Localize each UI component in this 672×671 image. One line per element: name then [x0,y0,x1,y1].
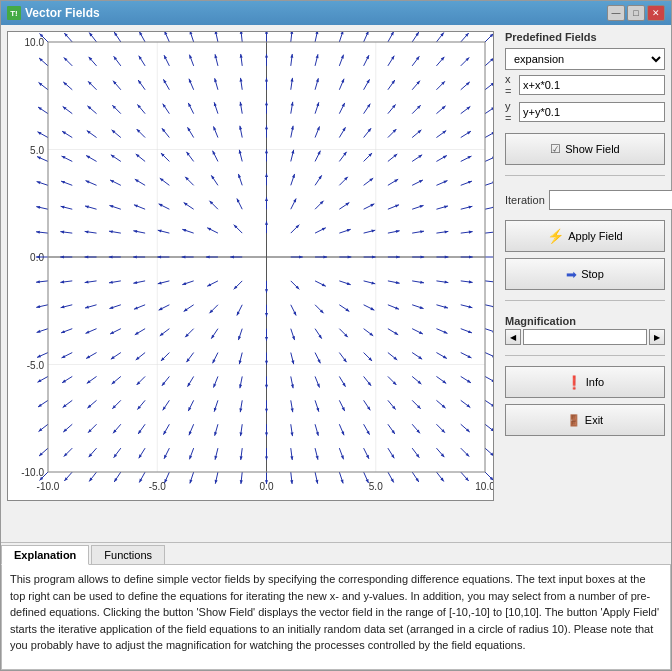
magnification-slider-row: ◀ ▶ [505,329,665,345]
exit-label: Exit [585,414,603,426]
predefined-section: Predefined Fields expansion rotation sad… [505,31,665,165]
explanation-text: This program allows to define simple vec… [1,565,671,670]
exclamation-icon: ❗ [566,375,582,390]
predefined-dropdown[interactable]: expansion rotation saddle spiral in spir… [505,48,665,70]
tab-functions[interactable]: Functions [91,545,165,564]
y-equation-input[interactable] [519,102,665,122]
exit-icon: 🚪 [567,414,581,427]
app-icon: T! [7,6,21,20]
checkmark-icon: ☑ [550,142,561,156]
main-window: T! Vector Fields — □ ✕ Predefined Fields… [0,0,672,671]
right-panel: Predefined Fields expansion rotation sad… [505,31,665,536]
stop-label: Stop [581,268,604,280]
main-content: Predefined Fields expansion rotation sad… [1,25,671,542]
magnification-section: Magnification ◀ ▶ [505,315,665,345]
predefined-label: Predefined Fields [505,31,665,43]
exit-button[interactable]: 🚪 Exit [505,404,665,436]
window-title: Vector Fields [25,6,100,20]
mag-right-arrow[interactable]: ▶ [649,329,665,345]
divider-1 [505,175,665,176]
apply-field-label: Apply Field [568,230,622,242]
divider-3 [505,355,665,356]
mag-left-arrow[interactable]: ◀ [505,329,521,345]
x-equation-row: x = [505,73,665,97]
maximize-button[interactable]: □ [627,5,645,21]
title-bar-left: T! Vector Fields [7,6,100,20]
left-panel [7,31,497,536]
show-field-button[interactable]: ☑ Show Field [505,133,665,165]
iteration-label: Iteration [505,194,545,206]
stop-arrow-icon: ➡ [566,267,577,282]
stop-button[interactable]: ➡ Stop [505,258,665,290]
bottom-panel: Explanation Functions This program allow… [1,542,671,670]
iteration-section: Iteration [505,186,665,210]
title-buttons: — □ ✕ [607,5,665,21]
title-bar: T! Vector Fields — □ ✕ [1,1,671,25]
info-button[interactable]: ❗ Info [505,366,665,398]
vector-field-canvas [7,31,494,501]
iteration-row: Iteration [505,190,665,210]
tab-explanation[interactable]: Explanation [1,545,89,565]
y-equation-row: y = [505,100,665,124]
apply-field-button[interactable]: ⚡ Apply Field [505,220,665,252]
divider-2 [505,300,665,301]
show-field-label: Show Field [565,143,619,155]
lightning-icon: ⚡ [547,228,564,244]
minimize-button[interactable]: — [607,5,625,21]
info-label: Info [586,376,604,388]
close-button[interactable]: ✕ [647,5,665,21]
tab-row: Explanation Functions [1,543,671,565]
y-eq-label: y = [505,100,517,124]
mag-track[interactable] [523,329,647,345]
magnification-label: Magnification [505,315,665,327]
x-equation-input[interactable] [519,75,665,95]
x-eq-label: x = [505,73,517,97]
iteration-input[interactable] [549,190,672,210]
